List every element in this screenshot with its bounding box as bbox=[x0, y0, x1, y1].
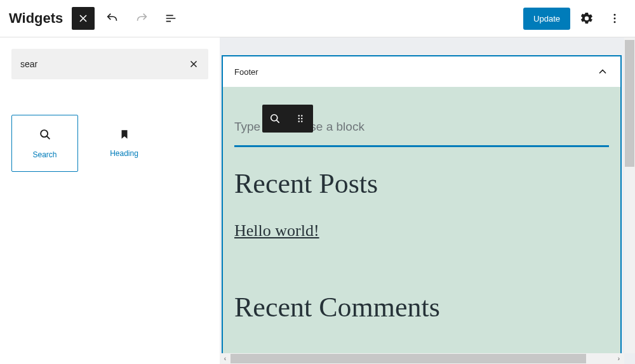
svg-point-3 bbox=[41, 130, 48, 137]
svg-point-7 bbox=[298, 118, 300, 119]
block-item-label: Heading bbox=[110, 149, 138, 158]
top-toolbar: Widgets Update bbox=[0, 0, 635, 37]
block-placeholder[interactable]: Type / to choose a block bbox=[234, 116, 609, 147]
scrollbar-thumb[interactable] bbox=[231, 354, 586, 363]
block-item-heading[interactable]: Heading bbox=[91, 115, 157, 172]
widget-area-header[interactable]: Footer bbox=[223, 56, 620, 87]
update-button[interactable]: Update bbox=[523, 8, 570, 30]
svg-point-0 bbox=[614, 14, 616, 16]
scroll-left-arrow[interactable]: ‹ bbox=[220, 354, 231, 363]
svg-point-8 bbox=[301, 118, 302, 119]
canvas-scroll-region: Footer Type / to choose a block bbox=[220, 37, 623, 364]
recent-posts-heading: Recent Posts bbox=[234, 167, 609, 200]
svg-point-5 bbox=[298, 115, 300, 116]
block-toolbar bbox=[262, 105, 313, 133]
scroll-right-arrow[interactable]: › bbox=[613, 354, 624, 363]
clear-search-button[interactable] bbox=[188, 58, 199, 70]
post-link[interactable]: Hello world! bbox=[234, 221, 319, 240]
vertical-scrollbar[interactable] bbox=[624, 37, 635, 353]
list-view-button[interactable] bbox=[159, 7, 182, 30]
svg-point-1 bbox=[614, 18, 616, 20]
scrollbar-thumb[interactable] bbox=[625, 40, 634, 167]
close-inserter-button[interactable] bbox=[72, 7, 95, 30]
widget-area-body: Type / to choose a block Recent Posts He… bbox=[223, 87, 620, 364]
block-results-grid: Search Heading bbox=[11, 115, 208, 172]
block-search-input[interactable] bbox=[20, 59, 188, 69]
search-icon bbox=[38, 127, 52, 141]
svg-point-4 bbox=[271, 115, 277, 121]
block-item-search[interactable]: Search bbox=[11, 115, 78, 172]
svg-point-9 bbox=[298, 120, 300, 122]
toolbar-right: Update bbox=[523, 7, 626, 30]
editor-canvas: Footer Type / to choose a block bbox=[220, 37, 635, 364]
block-item-label: Search bbox=[32, 150, 57, 159]
chevron-up-icon bbox=[596, 65, 609, 78]
block-type-button[interactable] bbox=[262, 105, 288, 133]
settings-button[interactable] bbox=[575, 7, 598, 30]
redo-button[interactable] bbox=[130, 7, 153, 30]
horizontal-scrollbar[interactable]: ‹ › bbox=[220, 353, 624, 364]
block-inserter-sidebar: Search Heading bbox=[0, 37, 220, 364]
toolbar-left: Widgets bbox=[9, 7, 182, 30]
page-title: Widgets bbox=[9, 10, 63, 27]
undo-button[interactable] bbox=[101, 7, 124, 30]
more-options-button[interactable] bbox=[603, 7, 626, 30]
svg-point-10 bbox=[301, 120, 302, 122]
block-search-box bbox=[11, 49, 208, 79]
widget-area-footer: Footer Type / to choose a block bbox=[222, 55, 622, 364]
svg-point-2 bbox=[614, 21, 616, 23]
widget-area-title: Footer bbox=[234, 67, 258, 77]
drag-handle[interactable] bbox=[288, 105, 313, 133]
bookmark-icon bbox=[119, 129, 130, 140]
svg-point-6 bbox=[301, 115, 302, 116]
recent-comments-heading: Recent Comments bbox=[234, 291, 609, 323]
